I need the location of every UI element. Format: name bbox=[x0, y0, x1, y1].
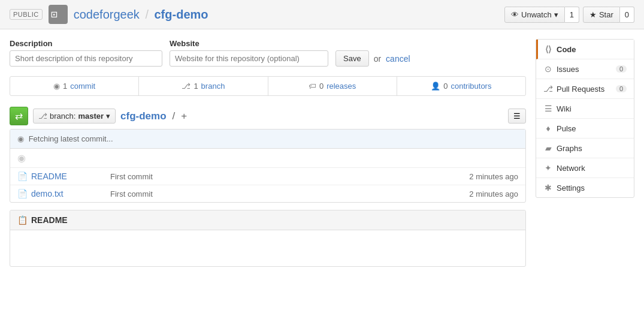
branch-link[interactable]: branch bbox=[201, 82, 225, 91]
issues-icon: ⊙ bbox=[543, 64, 553, 74]
file-link-demo[interactable]: demo.txt bbox=[31, 189, 103, 198]
code-icon: ⟨⟩ bbox=[543, 44, 553, 54]
sidebar-nav: ⟨⟩ Code ⊙ Issues 0 ⎇ Pull Requests 0 ☰ W… bbox=[536, 39, 634, 198]
star-button[interactable]: ★ Star bbox=[583, 7, 620, 23]
svg-text:⊡: ⊡ bbox=[51, 8, 58, 20]
file-icon-demo: 📄 bbox=[17, 189, 28, 198]
save-button[interactable]: Save bbox=[335, 50, 369, 67]
file-toolbar-left: ⇄ ⎇ branch: master ▾ cfg-demo / + bbox=[10, 107, 187, 125]
stat-commits: ◉ 1 commit bbox=[10, 77, 139, 95]
dropdown-chevron: ▾ bbox=[106, 112, 110, 121]
repo-owner-link[interactable]: codeforgeek bbox=[74, 8, 140, 21]
branch-dropdown[interactable]: ⎇ branch: master ▾ bbox=[33, 109, 116, 124]
stats-bar: ◉ 1 commit ⎇ 1 branch 🏷 0 releases 👤 0 c… bbox=[10, 76, 526, 96]
description-label: Description bbox=[10, 39, 162, 48]
readme-header: 📋 README bbox=[10, 210, 525, 230]
unwatch-group: 👁 Unwatch ▾ 1 bbox=[504, 7, 579, 23]
commit-icon: ◉ bbox=[53, 82, 60, 91]
commits-link[interactable]: commit bbox=[70, 82, 95, 91]
readme-icon: 📋 bbox=[17, 215, 28, 225]
file-commit-readme: First commit bbox=[103, 172, 469, 181]
sidebar-label-settings: Settings bbox=[557, 183, 627, 192]
network-icon: ✦ bbox=[543, 163, 553, 173]
branch-switch-button[interactable]: ⇄ bbox=[10, 107, 28, 125]
website-input[interactable] bbox=[170, 50, 328, 67]
file-link-readme[interactable]: README bbox=[31, 171, 103, 181]
form-actions: Save or cancel bbox=[335, 40, 410, 67]
branch-icon-small: ⎇ bbox=[38, 112, 47, 121]
tag-icon: 🏷 bbox=[309, 82, 316, 91]
chevron-icon: ▾ bbox=[554, 10, 558, 19]
sidebar-item-graphs[interactable]: ▰ Graphs bbox=[536, 139, 634, 158]
repo-icon: ⊡ bbox=[49, 5, 68, 24]
stat-branches: ⎇ 1 branch bbox=[139, 77, 268, 95]
file-toolbar: ⇄ ⎇ branch: master ▾ cfg-demo / + ☰ bbox=[10, 103, 526, 129]
prs-count: 0 bbox=[616, 85, 627, 92]
branch-count: 1 bbox=[193, 82, 198, 91]
website-group: Website bbox=[170, 39, 328, 67]
description-group: Description bbox=[10, 39, 162, 67]
main-content: Description Website Save or cancel ◉ 1 c… bbox=[10, 39, 526, 267]
branch-name: master bbox=[78, 112, 104, 121]
list-view-button[interactable]: ☰ bbox=[508, 109, 526, 124]
sidebar-item-network[interactable]: ✦ Network bbox=[536, 158, 634, 178]
star-icon: ★ bbox=[589, 10, 597, 19]
layout: Description Website Save or cancel ◉ 1 c… bbox=[0, 29, 644, 276]
public-badge: PUBLIC bbox=[10, 9, 43, 20]
path-new: + bbox=[181, 110, 187, 122]
issues-count: 0 bbox=[616, 65, 627, 73]
readme-title: README bbox=[31, 215, 68, 225]
commits-count: 1 bbox=[63, 82, 67, 91]
fetching-bar: ◉ Fetching latest commit... bbox=[10, 130, 525, 149]
star-group: ★ Star 0 bbox=[583, 7, 634, 23]
releases-link[interactable]: releases bbox=[326, 82, 356, 91]
sidebar-item-code[interactable]: ⟨⟩ Code bbox=[536, 40, 634, 59]
releases-count: 0 bbox=[319, 82, 323, 91]
sidebar-item-pull-requests[interactable]: ⎇ Pull Requests 0 bbox=[536, 79, 634, 99]
top-bar-right: 👁 Unwatch ▾ 1 ★ Star 0 bbox=[504, 7, 634, 23]
sidebar-label-issues: Issues bbox=[557, 65, 612, 74]
unwatch-button[interactable]: 👁 Unwatch ▾ bbox=[504, 7, 565, 23]
or-text: or bbox=[374, 54, 381, 64]
settings-icon: ✱ bbox=[543, 183, 553, 192]
contributors-count: 0 bbox=[443, 82, 448, 91]
stat-releases: 🏷 0 releases bbox=[268, 77, 397, 95]
file-list-container: ◉ Fetching latest commit... ◉ 📄 README F… bbox=[10, 129, 526, 203]
commit-small-icon: ◉ bbox=[17, 134, 24, 143]
contributors-link[interactable]: contributors bbox=[451, 82, 492, 91]
sidebar-label-network: Network bbox=[557, 164, 627, 173]
branch-icon: ⎇ bbox=[182, 82, 191, 91]
cancel-link[interactable]: cancel bbox=[386, 54, 410, 64]
unwatch-count: 1 bbox=[565, 7, 579, 23]
unwatch-label: Unwatch bbox=[521, 10, 552, 19]
pr-icon: ⎇ bbox=[543, 84, 553, 94]
sidebar-item-issues[interactable]: ⊙ Issues 0 bbox=[536, 59, 634, 79]
readme-section: 📋 README bbox=[10, 210, 526, 267]
sidebar: ⟨⟩ Code ⊙ Issues 0 ⎇ Pull Requests 0 ☰ W… bbox=[536, 39, 634, 267]
description-input[interactable] bbox=[10, 50, 162, 67]
file-row-demo: 📄 demo.txt First commit 2 minutes ago bbox=[10, 185, 525, 202]
repo-title: codeforgeek / cfg-demo bbox=[74, 8, 208, 22]
star-count: 0 bbox=[620, 7, 634, 23]
sidebar-item-pulse[interactable]: ♦ Pulse bbox=[536, 119, 634, 139]
file-time-readme: 2 minutes ago bbox=[469, 172, 518, 181]
sidebar-label-wiki: Wiki bbox=[557, 104, 627, 113]
file-commit-demo: First commit bbox=[103, 189, 469, 198]
top-bar: PUBLIC ⊡ codeforgeek / cfg-demo 👁 Unwatc… bbox=[0, 0, 644, 29]
sidebar-item-settings[interactable]: ✱ Settings bbox=[536, 178, 634, 197]
people-icon: 👤 bbox=[431, 82, 440, 91]
sidebar-label-graphs: Graphs bbox=[557, 144, 627, 153]
branch-switch-icon: ⇄ bbox=[15, 110, 23, 122]
commit-row-icon: ◉ bbox=[17, 152, 26, 164]
readme-body bbox=[10, 230, 525, 266]
file-row-readme: 📄 README First commit 2 minutes ago bbox=[10, 168, 525, 185]
file-icon-readme: 📄 bbox=[17, 171, 28, 181]
pulse-icon: ♦ bbox=[543, 124, 553, 133]
fetching-text: Fetching latest commit... bbox=[29, 134, 113, 143]
sidebar-item-wiki[interactable]: ☰ Wiki bbox=[536, 99, 634, 119]
separator: / bbox=[142, 8, 152, 21]
branch-prefix: branch: bbox=[50, 112, 75, 121]
repo-path-link[interactable]: cfg-demo bbox=[120, 110, 167, 122]
sidebar-label-pulse: Pulse bbox=[557, 124, 627, 133]
path-separator: / bbox=[173, 110, 176, 122]
